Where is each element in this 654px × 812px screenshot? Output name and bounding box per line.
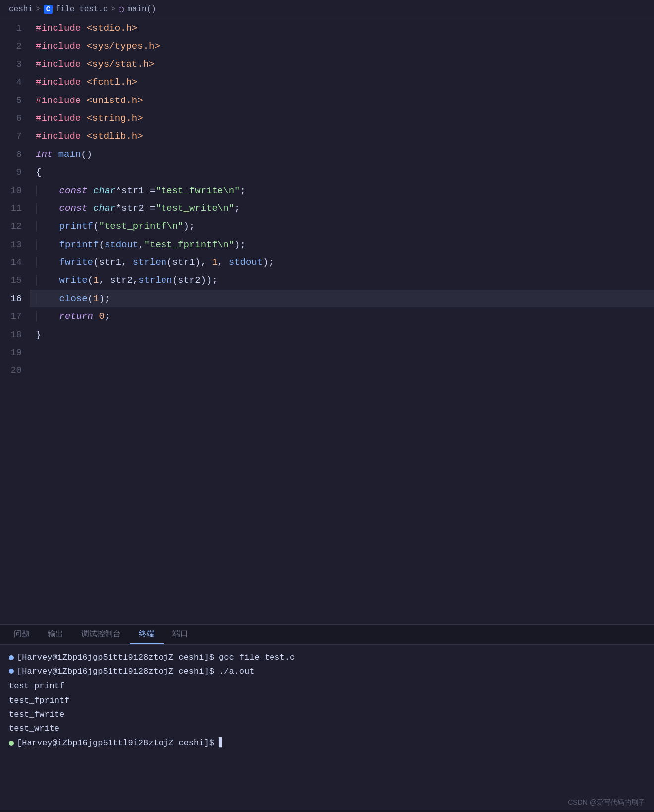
blue-dot-icon: [9, 669, 14, 674]
green-dot-icon: [9, 741, 14, 746]
line-content: {: [30, 163, 654, 181]
line-number: 6: [0, 109, 30, 127]
line-content: [30, 344, 654, 361]
breadcrumb-folder: ceshi: [9, 5, 33, 14]
code-row: 19: [0, 344, 654, 361]
terminal-line: test_fwrite: [9, 708, 645, 722]
line-content: write(1, str2,strlen(str2));: [30, 271, 654, 289]
code-row: 14 fwrite(str1, strlen(str1), 1, stdout)…: [0, 254, 654, 271]
line-number: 18: [0, 326, 30, 344]
line-content: return 0;: [30, 307, 654, 325]
line-number: 15: [0, 271, 30, 289]
terminal-line: test_fprintf: [9, 694, 645, 708]
terminal-line: test_printf: [9, 679, 645, 694]
line-content: #include <fcntl.h>: [30, 73, 654, 91]
panel-tabs: 问题输出调试控制台终端端口: [0, 625, 654, 645]
line-content: #include <string.h>: [30, 109, 654, 127]
line-number: 7: [0, 127, 30, 145]
line-content: #include <sys/types.h>: [30, 37, 654, 55]
panel-tab[interactable]: 端口: [164, 625, 197, 644]
code-row: 16 close(1);: [0, 290, 654, 307]
code-row: 2#include <sys/types.h>: [0, 37, 654, 55]
terminal-text: test_printf: [9, 681, 64, 691]
line-number: 13: [0, 236, 30, 254]
line-number: 3: [0, 55, 30, 73]
line-content: fprintf(stdout,"test_fprintf\n");: [30, 236, 654, 254]
watermark: CSDN @爱写代码的刷子: [568, 798, 645, 807]
blue-dot-icon: [9, 655, 14, 660]
code-row: 5#include <unistd.h>: [0, 92, 654, 109]
panel: 问题输出调试控制台终端端口 [Harvey@iZbp16jgp51ttl9i28…: [0, 624, 654, 812]
code-row: 11 const char*str2 ="test_write\n";: [0, 200, 654, 217]
line-number: 10: [0, 182, 30, 200]
terminal-text: [Harvey@iZbp16jgp51ttl9i28ztojZ ceshi]$ …: [17, 653, 295, 662]
breadcrumb-file[interactable]: file_test.c: [55, 5, 108, 14]
panel-tab[interactable]: 问题: [5, 625, 39, 644]
line-content: printf("test_printf\n");: [30, 217, 654, 235]
code-row: 1#include <stdio.h>: [0, 19, 654, 37]
code-row: 17 return 0;: [0, 307, 654, 325]
breadcrumb: ceshi > C file_test.c > ⬡ main(): [0, 0, 654, 19]
code-row: 6#include <string.h>: [0, 109, 654, 127]
code-row: 15 write(1, str2,strlen(str2));: [0, 271, 654, 289]
code-row: 3#include <sys/stat.h>: [0, 55, 654, 73]
terminal[interactable]: [Harvey@iZbp16jgp51ttl9i28ztojZ ceshi]$ …: [0, 645, 654, 810]
line-content: [30, 361, 654, 379]
line-number: 16: [0, 290, 30, 307]
code-row: 8int main(): [0, 146, 654, 163]
terminal-line: [Harvey@iZbp16jgp51ttl9i28ztojZ ceshi]$ …: [9, 651, 645, 665]
line-number: 17: [0, 307, 30, 325]
editor: 1#include <stdio.h>2#include <sys/types.…: [0, 19, 654, 380]
line-number: 9: [0, 163, 30, 181]
code-row: 18}: [0, 326, 654, 344]
c-file-icon: C: [44, 5, 53, 14]
line-number: 11: [0, 200, 30, 217]
line-number: 19: [0, 344, 30, 361]
terminal-text: test_fwrite: [9, 710, 64, 719]
code-row: 12 printf("test_printf\n");: [0, 217, 654, 235]
line-number: 1: [0, 19, 30, 37]
breadcrumb-func[interactable]: main(): [127, 5, 156, 14]
terminal-line: test_write: [9, 722, 645, 736]
terminal-text: [Harvey@iZbp16jgp51ttl9i28ztojZ ceshi]$ …: [17, 738, 224, 748]
terminal-text: test_write: [9, 724, 59, 733]
breadcrumb-sep2: >: [111, 5, 116, 14]
line-number: 12: [0, 217, 30, 235]
breadcrumb-sep1: >: [36, 5, 41, 14]
terminal-text: test_fprintf: [9, 696, 69, 705]
terminal-text: [Harvey@iZbp16jgp51ttl9i28ztojZ ceshi]$ …: [17, 667, 254, 676]
line-number: 4: [0, 73, 30, 91]
line-content: #include <stdio.h>: [30, 19, 654, 37]
line-content: }: [30, 326, 654, 344]
line-content: const char*str1 ="test_fwrite\n";: [30, 182, 654, 200]
panel-tab[interactable]: 调试控制台: [72, 625, 130, 644]
line-content: #include <unistd.h>: [30, 92, 654, 109]
line-number: 5: [0, 92, 30, 109]
line-number: 8: [0, 146, 30, 163]
code-row: 9{: [0, 163, 654, 181]
code-row: 20: [0, 361, 654, 379]
breadcrumb-func-icon: ⬡: [118, 5, 124, 14]
code-row: 13 fprintf(stdout,"test_fprintf\n");: [0, 236, 654, 254]
terminal-line: [Harvey@iZbp16jgp51ttl9i28ztojZ ceshi]$ …: [9, 665, 645, 679]
terminal-line: [Harvey@iZbp16jgp51ttl9i28ztojZ ceshi]$ …: [9, 736, 645, 751]
line-content: int main(): [30, 146, 654, 163]
panel-tab[interactable]: 输出: [39, 625, 72, 644]
code-row: 7#include <stdlib.h>: [0, 127, 654, 145]
line-content: #include <stdlib.h>: [30, 127, 654, 145]
line-number: 20: [0, 361, 30, 379]
line-content: #include <sys/stat.h>: [30, 55, 654, 73]
line-number: 14: [0, 254, 30, 271]
line-content: close(1);: [30, 290, 654, 307]
line-content: fwrite(str1, strlen(str1), 1, stdout);: [30, 254, 654, 271]
code-row: 10 const char*str1 ="test_fwrite\n";: [0, 182, 654, 200]
panel-tab[interactable]: 终端: [130, 625, 164, 644]
line-number: 2: [0, 37, 30, 55]
code-lines: 1#include <stdio.h>2#include <sys/types.…: [0, 19, 654, 380]
line-content: const char*str2 ="test_write\n";: [30, 200, 654, 217]
code-row: 4#include <fcntl.h>: [0, 73, 654, 91]
